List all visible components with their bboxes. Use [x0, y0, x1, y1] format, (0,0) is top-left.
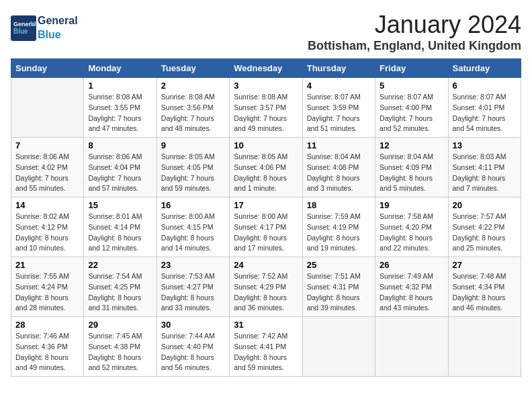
day-number: 17 — [234, 200, 298, 210]
table-row: 9Sunrise: 8:05 AM Sunset: 4:05 PM Daylig… — [157, 138, 229, 197]
day-number: 4 — [307, 81, 371, 91]
day-info: Sunrise: 8:08 AM Sunset: 3:55 PM Dayligh… — [88, 92, 152, 134]
day-number: 19 — [380, 200, 443, 210]
day-info: Sunrise: 7:45 AM Sunset: 4:38 PM Dayligh… — [88, 331, 152, 373]
header-sunday: Sunday — [11, 59, 84, 78]
day-number: 28 — [15, 320, 79, 330]
logo-icon: General Blue — [11, 15, 35, 40]
day-info: Sunrise: 7:51 AM Sunset: 4:31 PM Dayligh… — [307, 271, 371, 314]
table-row: 15Sunrise: 8:01 AM Sunset: 4:14 PM Dayli… — [84, 197, 157, 257]
table-row: 2Sunrise: 8:08 AM Sunset: 3:56 PM Daylig… — [157, 78, 229, 138]
table-row: 21Sunrise: 7:55 AM Sunset: 4:24 PM Dayli… — [11, 257, 84, 317]
page-header: General Blue General Blue January 2024 B… — [11, 11, 521, 53]
day-number: 30 — [161, 320, 225, 330]
table-row: 22Sunrise: 7:54 AM Sunset: 4:25 PM Dayli… — [84, 257, 157, 317]
day-number: 11 — [307, 140, 371, 150]
weekday-header-row: Sunday Monday Tuesday Wednesday Thursday… — [11, 59, 521, 78]
day-info: Sunrise: 8:08 AM Sunset: 3:56 PM Dayligh… — [161, 92, 225, 134]
header-friday: Friday — [375, 59, 448, 78]
day-number: 25 — [307, 260, 371, 270]
day-info: Sunrise: 7:55 AM Sunset: 4:24 PM Dayligh… — [15, 271, 79, 314]
table-row: 30Sunrise: 7:44 AM Sunset: 4:40 PM Dayli… — [157, 317, 229, 377]
table-row: 4Sunrise: 8:07 AM Sunset: 3:59 PM Daylig… — [302, 78, 375, 138]
table-row: 27Sunrise: 7:48 AM Sunset: 4:34 PM Dayli… — [448, 257, 521, 317]
day-info: Sunrise: 7:42 AM Sunset: 4:41 PM Dayligh… — [234, 331, 298, 373]
table-row: 29Sunrise: 7:45 AM Sunset: 4:38 PM Dayli… — [84, 317, 157, 377]
day-number: 26 — [380, 260, 443, 270]
table-row: 19Sunrise: 7:58 AM Sunset: 4:20 PM Dayli… — [375, 197, 448, 257]
svg-text:Blue: Blue — [13, 28, 28, 35]
day-number: 21 — [15, 260, 79, 270]
day-info: Sunrise: 8:04 AM Sunset: 4:09 PM Dayligh… — [380, 152, 443, 194]
day-number: 31 — [234, 320, 298, 330]
table-row: 14Sunrise: 8:02 AM Sunset: 4:12 PM Dayli… — [11, 197, 84, 257]
day-number: 23 — [161, 260, 225, 270]
table-row: 7Sunrise: 8:06 AM Sunset: 4:02 PM Daylig… — [11, 138, 84, 197]
location-title: Bottisham, England, United Kingdom — [308, 39, 521, 53]
header-monday: Monday — [84, 59, 157, 78]
day-info: Sunrise: 7:53 AM Sunset: 4:27 PM Dayligh… — [161, 271, 225, 314]
day-number: 10 — [234, 140, 298, 150]
day-info: Sunrise: 7:46 AM Sunset: 4:36 PM Dayligh… — [15, 331, 79, 373]
day-number: 15 — [88, 200, 152, 210]
table-row: 16Sunrise: 8:00 AM Sunset: 4:15 PM Dayli… — [157, 197, 229, 257]
header-thursday: Thursday — [302, 59, 375, 78]
table-row: 17Sunrise: 8:00 AM Sunset: 4:17 PM Dayli… — [230, 197, 302, 257]
calendar-week-row: 21Sunrise: 7:55 AM Sunset: 4:24 PM Dayli… — [11, 257, 521, 317]
logo: General Blue General Blue — [11, 13, 78, 42]
table-row: 13Sunrise: 8:03 AM Sunset: 4:11 PM Dayli… — [448, 138, 521, 197]
day-info: Sunrise: 8:07 AM Sunset: 4:00 PM Dayligh… — [380, 92, 443, 134]
day-number: 5 — [380, 81, 443, 91]
day-info: Sunrise: 8:03 AM Sunset: 4:11 PM Dayligh… — [453, 152, 517, 194]
day-info: Sunrise: 8:00 AM Sunset: 4:17 PM Dayligh… — [234, 212, 298, 254]
day-info: Sunrise: 7:59 AM Sunset: 4:19 PM Dayligh… — [307, 212, 371, 254]
day-info: Sunrise: 7:49 AM Sunset: 4:32 PM Dayligh… — [380, 271, 443, 314]
day-info: Sunrise: 8:00 AM Sunset: 4:15 PM Dayligh… — [161, 212, 225, 254]
header-wednesday: Wednesday — [230, 59, 302, 78]
calendar-table: Sunday Monday Tuesday Wednesday Thursday… — [11, 58, 521, 377]
calendar-week-row: 1Sunrise: 8:08 AM Sunset: 3:55 PM Daylig… — [11, 78, 521, 138]
day-info: Sunrise: 7:52 AM Sunset: 4:29 PM Dayligh… — [234, 271, 298, 314]
table-row: 25Sunrise: 7:51 AM Sunset: 4:31 PM Dayli… — [302, 257, 375, 317]
table-row: 11Sunrise: 8:04 AM Sunset: 4:08 PM Dayli… — [302, 138, 375, 197]
day-number: 1 — [88, 81, 152, 91]
logo-text: General Blue — [38, 13, 78, 42]
day-info: Sunrise: 8:06 AM Sunset: 4:02 PM Dayligh… — [15, 152, 79, 194]
table-row: 23Sunrise: 7:53 AM Sunset: 4:27 PM Dayli… — [157, 257, 229, 317]
day-number: 7 — [15, 140, 79, 150]
day-number: 29 — [88, 320, 152, 330]
calendar-week-row: 7Sunrise: 8:06 AM Sunset: 4:02 PM Daylig… — [11, 138, 521, 197]
table-row: 12Sunrise: 8:04 AM Sunset: 4:09 PM Dayli… — [375, 138, 448, 197]
day-info: Sunrise: 7:48 AM Sunset: 4:34 PM Dayligh… — [453, 271, 517, 314]
month-title: January 2024 — [308, 11, 521, 39]
day-info: Sunrise: 8:08 AM Sunset: 3:57 PM Dayligh… — [234, 92, 298, 134]
table-row: 18Sunrise: 7:59 AM Sunset: 4:19 PM Dayli… — [302, 197, 375, 257]
day-number: 22 — [88, 260, 152, 270]
header-tuesday: Tuesday — [157, 59, 229, 78]
table-row — [448, 317, 521, 377]
day-number: 24 — [234, 260, 298, 270]
day-number: 20 — [453, 200, 517, 210]
day-info: Sunrise: 8:07 AM Sunset: 3:59 PM Dayligh… — [307, 92, 371, 134]
day-info: Sunrise: 8:02 AM Sunset: 4:12 PM Dayligh… — [15, 212, 79, 254]
table-row: 20Sunrise: 7:57 AM Sunset: 4:22 PM Dayli… — [448, 197, 521, 257]
day-info: Sunrise: 8:05 AM Sunset: 4:05 PM Dayligh… — [161, 152, 225, 194]
table-row: 28Sunrise: 7:46 AM Sunset: 4:36 PM Dayli… — [11, 317, 84, 377]
table-row — [375, 317, 448, 377]
day-info: Sunrise: 7:54 AM Sunset: 4:25 PM Dayligh… — [88, 271, 152, 314]
table-row — [11, 78, 84, 138]
table-row: 24Sunrise: 7:52 AM Sunset: 4:29 PM Dayli… — [230, 257, 302, 317]
day-info: Sunrise: 8:01 AM Sunset: 4:14 PM Dayligh… — [88, 212, 152, 254]
calendar-week-row: 28Sunrise: 7:46 AM Sunset: 4:36 PM Dayli… — [11, 317, 521, 377]
day-number: 6 — [453, 81, 517, 91]
table-row — [302, 317, 375, 377]
table-row: 6Sunrise: 8:07 AM Sunset: 4:01 PM Daylig… — [448, 78, 521, 138]
table-row: 10Sunrise: 8:05 AM Sunset: 4:06 PM Dayli… — [230, 138, 302, 197]
day-info: Sunrise: 8:07 AM Sunset: 4:01 PM Dayligh… — [453, 92, 517, 134]
day-number: 16 — [161, 200, 225, 210]
table-row: 8Sunrise: 8:06 AM Sunset: 4:04 PM Daylig… — [84, 138, 157, 197]
header-saturday: Saturday — [448, 59, 521, 78]
day-number: 12 — [380, 140, 443, 150]
day-number: 13 — [453, 140, 517, 150]
day-info: Sunrise: 7:57 AM Sunset: 4:22 PM Dayligh… — [453, 212, 517, 254]
